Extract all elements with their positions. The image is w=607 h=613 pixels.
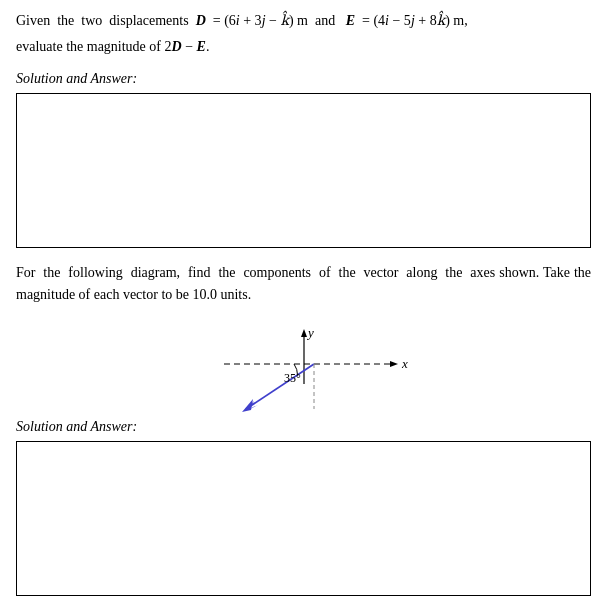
diagram: y x 35° — [16, 319, 591, 409]
solution-label-1: Solution and Answer: — [16, 71, 591, 87]
bold-D: D — [196, 13, 206, 28]
problem-1-text: Given the two displacements D = (6i + 3j… — [16, 10, 591, 59]
bold-E-2: E — [197, 39, 206, 54]
angle-label: 35° — [284, 371, 301, 385]
bold-E: E — [346, 13, 355, 28]
problem-2: For the following diagram, find the comp… — [16, 262, 591, 596]
vector-line — [246, 364, 314, 409]
vector-arrowhead — [242, 399, 253, 412]
x-label: x — [401, 356, 408, 371]
bold-D-2: D — [172, 39, 182, 54]
problem-2-text: For the following diagram, find the comp… — [16, 262, 591, 307]
answer-box-2 — [16, 441, 591, 596]
y-axis-arrow — [301, 329, 307, 337]
diagram-svg: y x 35° — [154, 319, 454, 409]
solution-label-2: Solution and Answer: — [16, 419, 591, 435]
problem-1: Given the two displacements D = (6i + 3j… — [16, 10, 591, 248]
answer-box-1 — [16, 93, 591, 248]
x-axis-arrow — [390, 361, 398, 367]
y-label: y — [306, 325, 314, 340]
